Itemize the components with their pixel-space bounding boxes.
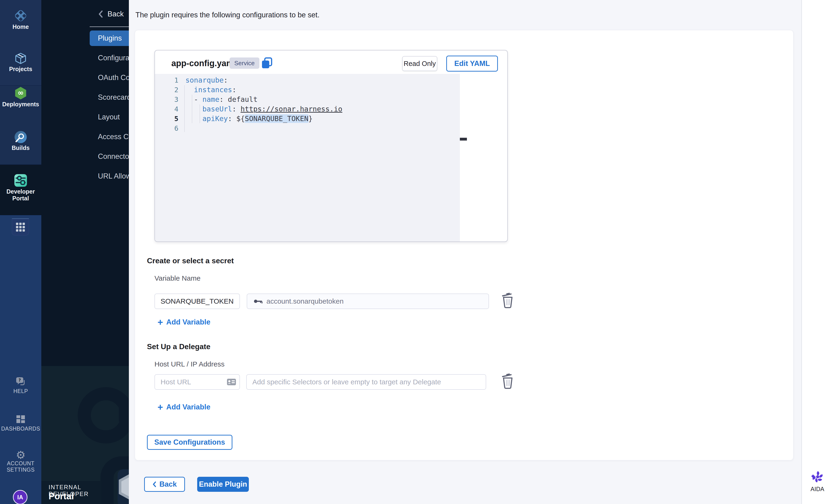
key-icon [254, 298, 263, 304]
line-number: 4 [155, 105, 178, 113]
add-variable-link[interactable]: + Add Variable [157, 403, 210, 412]
sidebar-item-label: Builds [0, 145, 41, 151]
scrollbar-marker[interactable] [460, 138, 467, 141]
edit-yaml-button[interactable]: Edit YAML [446, 56, 498, 71]
sidebar-item-access-control[interactable]: Access Control [90, 129, 129, 145]
sidebar-item-label: Deployments [0, 101, 41, 108]
code-line: apiKey: ${SONARQUBE_TOKEN} [185, 115, 313, 123]
sidebar-item-label: HELP [0, 388, 41, 394]
enable-plugin-button[interactable]: Enable Plugin [197, 477, 249, 492]
sidebar-item-label: DASHBOARDS [0, 426, 41, 432]
sidebar-item-builds[interactable]: Builds [0, 130, 41, 151]
code-line: baseUrl: https://sonar.harness.io [185, 105, 342, 113]
chevron-left-icon [98, 10, 104, 18]
chevron-left-icon [152, 481, 156, 487]
code-line: - name: default [185, 95, 258, 103]
read-only-button[interactable]: Read Only [402, 56, 437, 71]
save-configurations-button[interactable]: Save Configurations [147, 435, 232, 450]
delete-delegate-icon[interactable] [501, 373, 515, 389]
sidebar-item-account-settings[interactable]: ⚙ ACCOUNT SETTINGS [0, 450, 41, 473]
user-avatar[interactable]: IA [13, 490, 27, 504]
builds-icon [14, 130, 27, 145]
right-gutter [801, 0, 831, 504]
page-description: The plugin requires the following config… [136, 11, 319, 19]
svg-text:∞: ∞ [18, 88, 24, 97]
line-number: 6 [155, 124, 178, 132]
sidebar-item-dashboards[interactable]: DASHBOARDS [0, 414, 41, 432]
harness-home-icon [14, 9, 27, 24]
gear-icon: ⚙ [16, 449, 25, 461]
aida-flower-icon [811, 470, 824, 483]
code-area[interactable]: 1 2 3 4 5 6 sonarqube: instances: - name… [155, 74, 460, 242]
nav-rail: Home Projects ∞ Deployments [0, 0, 41, 504]
configuration-card: app-config.yaml Service Read Only Edit Y… [135, 30, 794, 461]
service-badge: Service [230, 58, 259, 69]
secret-reference-field[interactable]: account.sonarqubetoken [247, 294, 489, 309]
dashboards-grid-icon [16, 414, 26, 426]
aida-assistant-button[interactable]: AIDA [809, 470, 826, 493]
sidebar-item-label: Developer [0, 188, 41, 195]
sidebar-item-label: Home [0, 24, 41, 30]
secret-reference-value: account.sonarqubetoken [266, 297, 344, 305]
sidebar-item-label: Projects [0, 66, 41, 72]
back-button[interactable]: Back [144, 477, 185, 492]
host-url-label: Host URL / IP Address [154, 360, 224, 368]
sidebar-item-scorecards[interactable]: Scorecards [90, 90, 129, 105]
delete-variable-icon[interactable] [501, 292, 515, 308]
sidebar-item-oauth-configurations[interactable]: OAuth Configurations [90, 70, 129, 85]
help-chat-icon: ? [15, 377, 27, 388]
sidebar-item-url-allow-list[interactable]: URL Allow List [90, 169, 129, 184]
sidebar-item-projects[interactable]: Projects [0, 52, 41, 72]
grid-icon [16, 223, 25, 232]
sidebar-item-configurations[interactable]: Configurations [90, 50, 129, 66]
sidebar-footer-artwork: INTERNAL DEVELOPER Portal [41, 366, 129, 504]
brand-band: INTERNAL DEVELOPER Portal [41, 481, 102, 504]
divider [90, 27, 129, 27]
avatar-initials: IA [18, 494, 23, 501]
devportal-sidebar: Back Plugins Configurations OAuth Config… [41, 0, 129, 504]
yaml-editor-panel: app-config.yaml Service Read Only Edit Y… [154, 50, 508, 242]
main-content: The plugin requires the following config… [129, 0, 831, 504]
plus-icon: + [157, 318, 163, 327]
projects-cube-icon [14, 52, 27, 66]
id-card-icon [227, 378, 236, 387]
svg-text:?: ? [19, 378, 21, 382]
sidebar-item-layout[interactable]: Layout [90, 109, 129, 125]
brand-line2: Portal [49, 491, 74, 501]
sidebar-item-help[interactable]: ? HELP [0, 377, 41, 394]
copy-icon[interactable] [261, 57, 273, 69]
line-number: 3 [155, 95, 178, 103]
host-url-field-wrap [154, 374, 240, 390]
sidebar-item-home[interactable]: Home [0, 9, 41, 30]
sidebar-item-label: Portal [0, 195, 41, 202]
back-nav-label: Back [108, 10, 124, 18]
decorative-hexagon [115, 467, 129, 504]
line-number: 2 [155, 86, 178, 94]
sidebar-item-developer-portal[interactable]: Developer Portal [0, 174, 41, 202]
back-nav-link[interactable]: Back [98, 9, 124, 19]
sidebar-item-connectors[interactable]: Connectors [90, 149, 129, 164]
variable-name-input[interactable] [154, 294, 240, 309]
sidebar-item-plugins[interactable]: Plugins [90, 30, 129, 46]
sidebar-item-label: ACCOUNT [0, 461, 41, 467]
decorative-bar [119, 407, 129, 422]
module-switcher-button[interactable] [12, 218, 29, 236]
deployments-infinity-icon: ∞ [14, 86, 27, 101]
plus-icon: + [157, 403, 163, 412]
delegate-selectors-input[interactable] [246, 374, 486, 390]
aida-label: AIDA [809, 486, 826, 493]
section-title-delegate: Set Up a Delegate [147, 342, 210, 351]
sidebar-item-deployments[interactable]: ∞ Deployments [0, 86, 41, 108]
sidebar-item-label: SETTINGS [0, 467, 41, 473]
variable-name-label: Variable Name [154, 274, 200, 282]
line-number-active: 5 [155, 115, 178, 123]
section-title-secret: Create or select a secret [147, 257, 234, 265]
indent-guide [184, 85, 185, 132]
developer-portal-sliders-icon [14, 174, 27, 188]
code-line: instances: [185, 86, 236, 94]
yaml-filename: app-config.yaml [171, 58, 236, 68]
code-line: sonarqube: [185, 76, 228, 84]
line-number: 1 [155, 76, 178, 84]
add-variable-link[interactable]: + Add Variable [157, 318, 210, 327]
